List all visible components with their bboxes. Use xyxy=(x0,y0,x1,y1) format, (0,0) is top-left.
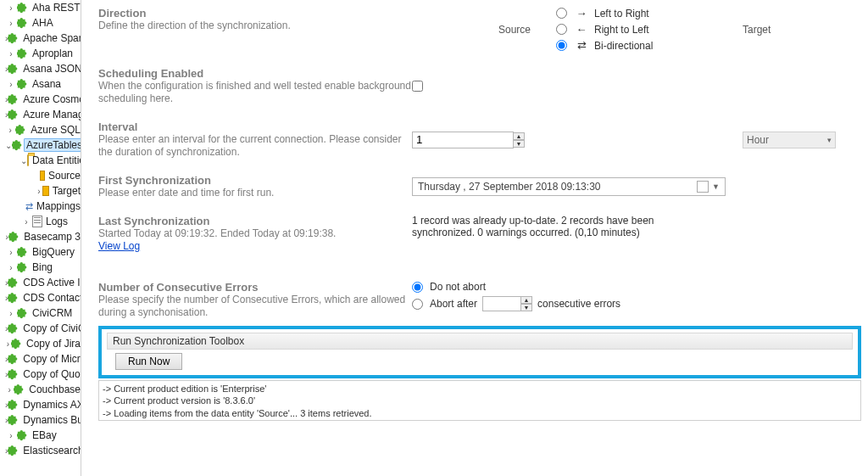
folder-icon xyxy=(27,154,29,166)
interval-value-input[interactable]: ▲▼ xyxy=(412,132,525,148)
abort-count-input[interactable]: ▲▼ xyxy=(482,296,532,311)
run-now-button[interactable]: Run Now xyxy=(115,353,182,370)
tree-item-label: Copy of QuoteWerks xyxy=(19,368,81,380)
tree-item-label: Target xyxy=(49,185,81,197)
tree-item[interactable]: Azure Management xyxy=(0,107,81,122)
tree-item[interactable]: Asana xyxy=(0,76,81,92)
puzzle-icon xyxy=(15,124,27,136)
tree-item-label: Aha REST xyxy=(29,2,81,14)
spin-up-icon[interactable]: ▲ xyxy=(513,132,525,140)
firstsync-title: First Synchronization xyxy=(98,174,412,187)
tree-item-label: Aproplan xyxy=(29,48,73,59)
expand-caret-icon[interactable] xyxy=(5,3,17,13)
interval-desc: Please enter an interval for the current… xyxy=(98,133,412,159)
tree-item[interactable]: Bing xyxy=(0,260,81,275)
puzzle-icon xyxy=(8,93,19,105)
tree-item[interactable]: AHA xyxy=(0,15,81,31)
tree-item[interactable]: Azure SQL xyxy=(0,122,81,137)
tree-item[interactable]: Copy of CiviCRM xyxy=(0,321,81,336)
tree-item[interactable]: Target xyxy=(0,183,81,199)
firstsync-datetime-input[interactable]: Thursday , 27 September 2018 09:13:30 ▼ xyxy=(412,177,726,196)
expand-caret-icon[interactable] xyxy=(20,156,27,165)
tree-item[interactable]: Apache Spark with PostgreSQL xyxy=(0,31,81,46)
tree-item[interactable]: Logs xyxy=(0,214,81,229)
expand-caret-icon[interactable] xyxy=(5,19,17,28)
errors-desc: Please specify the number of Consecutive… xyxy=(98,294,412,319)
radio-bidirectional[interactable]: ⇄Bi-directional xyxy=(556,39,726,52)
tree-item[interactable]: Basecamp 3 xyxy=(0,229,81,244)
tree-item-label: Data Entities xyxy=(29,154,81,166)
tree-item[interactable]: Azure CosmosDB xyxy=(0,92,81,107)
expand-caret-icon[interactable] xyxy=(5,431,17,440)
cube-icon xyxy=(40,171,45,181)
lastsync-result: 1 record was already up-to-date. 2 recor… xyxy=(412,215,717,238)
puzzle-icon xyxy=(8,277,19,288)
puzzle-icon xyxy=(17,48,29,59)
radio-do-not-abort[interactable]: Do not abort xyxy=(412,281,486,293)
tree-item[interactable]: CDS Active Ideas xyxy=(0,275,81,290)
tree-item[interactable]: Copy of Microsoft Teams xyxy=(0,351,81,367)
tree-item[interactable]: Source xyxy=(0,168,81,183)
chevron-down-icon[interactable]: ▼ xyxy=(712,182,720,191)
tree-item[interactable]: Aproplan xyxy=(0,46,81,61)
spin-up-icon[interactable]: ▲ xyxy=(520,296,532,304)
expand-caret-icon[interactable] xyxy=(5,126,15,135)
radio-right-to-left[interactable]: ←Right to Left xyxy=(556,23,726,36)
expand-caret-icon[interactable] xyxy=(5,309,17,318)
tree-item[interactable]: Dynamics Business Central xyxy=(0,412,81,428)
tree-item-label: Copy of Jira xyxy=(23,338,81,350)
expand-caret-icon[interactable] xyxy=(5,80,17,89)
calendar-dropdown-icon[interactable] xyxy=(697,181,709,193)
expand-caret-icon[interactable] xyxy=(5,49,17,59)
tree-item[interactable]: Dynamics AX xyxy=(0,397,81,412)
expand-caret-icon[interactable] xyxy=(20,217,32,227)
radio-abort-after[interactable]: Abort after ▲▼ consecutive errors xyxy=(412,296,620,311)
tree-item-label: CDS Active Ideas xyxy=(19,277,81,288)
puzzle-icon xyxy=(8,63,19,75)
tree-item-label: Elasticsearch xyxy=(19,445,81,456)
tree-item[interactable]: Data Entities xyxy=(0,153,81,168)
tree-item[interactable]: Asana JSON xyxy=(0,61,81,76)
direction-title: Direction xyxy=(98,7,412,20)
tree-item-label: Azure SQL xyxy=(27,124,81,136)
tree-item[interactable]: Elasticsearch xyxy=(0,443,81,458)
tree-item-label: Asana JSON xyxy=(19,63,81,75)
connection-tree[interactable]: Aha RESTAHAApache Spark with PostgreSQLA… xyxy=(0,0,81,476)
cube-icon xyxy=(42,186,49,196)
spin-down-icon[interactable]: ▼ xyxy=(513,140,525,148)
errors-title: Number of Consecutive Errors xyxy=(98,281,412,294)
tree-item[interactable]: CDS Contacts xyxy=(0,290,81,305)
tree-item[interactable]: AzureTables xyxy=(0,137,81,153)
tree-item[interactable]: Aha REST xyxy=(0,0,81,15)
tree-item-label: EBay xyxy=(29,429,57,441)
puzzle-icon xyxy=(8,322,19,334)
expand-caret-icon[interactable] xyxy=(5,339,11,349)
tree-item[interactable]: EBay xyxy=(0,428,81,443)
tree-item[interactable]: ⇄Mappings xyxy=(0,199,81,214)
spin-down-icon[interactable]: ▼ xyxy=(520,304,532,311)
log-output[interactable]: -> Current product edition is 'Enterpris… xyxy=(98,380,861,421)
view-log-link[interactable]: View Log xyxy=(98,240,140,252)
puzzle-icon xyxy=(17,429,29,441)
tree-item[interactable]: CiviCRM xyxy=(0,305,81,321)
radio-left-to-right[interactable]: →Left to Right xyxy=(556,7,726,20)
firstsync-desc: Please enter date and time for first run… xyxy=(98,187,412,199)
tree-item[interactable]: Copy of QuoteWerks xyxy=(0,367,81,382)
expand-caret-icon[interactable] xyxy=(5,248,17,257)
tree-item-label: CDS Contacts xyxy=(19,292,81,304)
tree-item[interactable]: Couchbase xyxy=(0,382,81,397)
expand-caret-icon[interactable] xyxy=(5,385,14,395)
tree-item[interactable]: BigQuery xyxy=(0,244,81,260)
target-label: Target xyxy=(743,24,771,36)
tree-item-label: Copy of CiviCRM xyxy=(19,322,81,334)
puzzle-icon xyxy=(17,246,29,258)
expand-caret-icon[interactable] xyxy=(5,263,17,272)
chevron-down-icon: ▾ xyxy=(827,136,832,144)
tree-item[interactable]: Copy of Jira xyxy=(0,336,81,351)
interval-unit-combo[interactable]: Hour ▾ xyxy=(743,132,836,148)
expand-caret-icon[interactable] xyxy=(36,187,42,196)
scheduling-checkbox[interactable] xyxy=(412,81,423,92)
arrows-bidir-icon: ⇄ xyxy=(574,39,589,52)
expand-caret-icon[interactable] xyxy=(5,141,12,150)
tree-item-label: Copy of Microsoft Teams xyxy=(19,353,81,365)
